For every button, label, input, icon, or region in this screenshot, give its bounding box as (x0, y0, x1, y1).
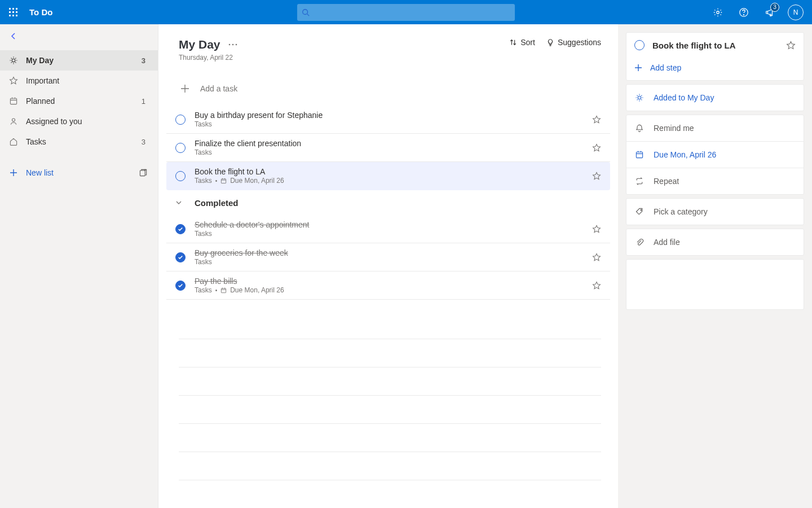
account-button[interactable]: N (784, 1, 807, 24)
feedback-button[interactable]: 3 (758, 1, 782, 24)
task-row[interactable]: Pay the bills Tasks • Due Mon, April 26 (166, 271, 610, 300)
svg-point-20 (235, 44, 237, 46)
app-header: To Do 3 N (0, 0, 812, 24)
meta-separator: • (215, 287, 218, 294)
task-list-name: Tasks (195, 177, 212, 185)
remind-me-button[interactable]: Remind me (626, 115, 804, 142)
page-title: My Day (179, 38, 220, 51)
empty-row (179, 452, 601, 480)
add-task-input[interactable]: Add a task (174, 75, 601, 102)
svg-point-23 (638, 96, 641, 99)
sidebar-item-my-day[interactable]: My Day 3 (0, 50, 158, 71)
task-list: Buy a birthday present for Stephanie Tas… (166, 106, 610, 300)
sidebar-item-label: Important (26, 76, 59, 85)
svg-rect-15 (10, 98, 16, 104)
search-input[interactable] (297, 4, 515, 21)
help-button[interactable] (732, 1, 756, 24)
check-icon (178, 226, 183, 232)
new-list-button[interactable]: New list (0, 160, 158, 186)
task-star-button[interactable] (592, 143, 601, 152)
svg-rect-6 (9, 15, 11, 16)
task-complete-toggle[interactable] (175, 252, 186, 262)
detail-star-button[interactable] (786, 41, 796, 50)
app-launcher-button[interactable] (5, 3, 23, 21)
list-options-button[interactable] (228, 43, 237, 46)
svg-rect-4 (12, 11, 14, 13)
chevron-down-icon (175, 199, 186, 206)
settings-button[interactable] (706, 1, 730, 24)
svg-rect-0 (9, 8, 11, 10)
detail-complete-toggle[interactable] (634, 40, 645, 50)
sun-icon (634, 93, 645, 102)
sidebar-item-count: 3 (142, 138, 145, 146)
calendar-icon (8, 97, 19, 106)
sidebar-item-important[interactable]: Important (0, 71, 158, 91)
task-complete-toggle[interactable] (175, 143, 186, 153)
sidebar-item-count: 1 (142, 97, 145, 106)
detail-title-card: Book the flight to LA Add step (626, 32, 804, 81)
star-icon (592, 172, 601, 181)
empty-row (179, 367, 601, 396)
sidebar-item-tasks[interactable]: Tasks 3 (0, 132, 158, 152)
collapse-sidebar-button[interactable] (0, 24, 158, 50)
add-step-button[interactable]: Add step (626, 58, 804, 80)
new-group-button[interactable] (139, 168, 148, 177)
sun-icon (8, 56, 19, 65)
task-complete-toggle[interactable] (175, 115, 186, 125)
completed-section-toggle[interactable]: Completed (166, 190, 610, 215)
task-row[interactable]: Buy groceries for the week Tasks (166, 243, 610, 271)
detail-file-card: Add file (626, 229, 804, 256)
suggestions-button[interactable]: Suggestions (546, 38, 601, 47)
task-row[interactable]: Book the flight to LA Tasks • Due Mon, A… (166, 162, 610, 190)
svg-rect-7 (12, 15, 14, 16)
star-icon (592, 115, 601, 124)
svg-rect-5 (16, 11, 17, 13)
star-icon (592, 281, 601, 290)
add-file-button[interactable]: Add file (626, 229, 804, 255)
task-star-button[interactable] (592, 225, 601, 234)
add-file-label: Add file (654, 238, 680, 247)
repeat-button[interactable]: Repeat (626, 168, 804, 194)
task-title: Schedule a doctor's appointment (195, 220, 588, 229)
sidebar-item-planned[interactable]: Planned 1 (0, 91, 158, 111)
home-icon (8, 137, 19, 146)
pick-category-button[interactable]: Pick a category (626, 199, 804, 225)
due-date-button[interactable]: Due Mon, April 26 (626, 142, 804, 168)
added-to-my-day-button[interactable]: Added to My Day (626, 85, 804, 111)
repeat-label: Repeat (654, 177, 679, 186)
svg-point-9 (303, 9, 308, 14)
meta-separator: • (215, 178, 218, 184)
check-icon (178, 283, 183, 288)
chevron-left-icon (10, 32, 17, 40)
task-star-button[interactable] (592, 281, 601, 290)
search-icon (302, 8, 310, 16)
sidebar-item-assigned[interactable]: Assigned to you (0, 111, 158, 132)
svg-point-25 (641, 209, 642, 211)
star-icon (8, 76, 19, 85)
svg-point-13 (743, 14, 744, 15)
task-star-button[interactable] (592, 253, 601, 262)
task-row[interactable]: Finalize the client presentation Tasks (166, 134, 610, 162)
svg-point-14 (12, 59, 15, 62)
task-complete-toggle[interactable] (175, 224, 186, 234)
task-star-button[interactable] (592, 172, 601, 181)
sidebar-item-label: Assigned to you (26, 117, 82, 126)
svg-rect-17 (140, 170, 145, 176)
task-star-button[interactable] (592, 115, 601, 124)
task-complete-toggle[interactable] (175, 171, 186, 181)
svg-point-19 (232, 44, 233, 46)
detail-task-title[interactable]: Book the flight to LA (652, 41, 778, 50)
task-title: Finalize the client presentation (195, 139, 588, 148)
task-title: Buy a birthday present for Stephanie (195, 111, 588, 120)
task-row[interactable]: Schedule a doctor's appointment Tasks (166, 215, 610, 243)
check-icon (178, 255, 183, 260)
empty-row (179, 339, 601, 367)
task-complete-toggle[interactable] (175, 281, 186, 291)
avatar: N (788, 5, 804, 20)
note-input[interactable] (626, 259, 804, 310)
task-row[interactable]: Buy a birthday present for Stephanie Tas… (166, 106, 610, 134)
sort-button[interactable]: Sort (509, 38, 535, 47)
app-name: To Do (29, 7, 52, 17)
svg-point-18 (228, 44, 230, 46)
category-label: Pick a category (654, 207, 708, 216)
